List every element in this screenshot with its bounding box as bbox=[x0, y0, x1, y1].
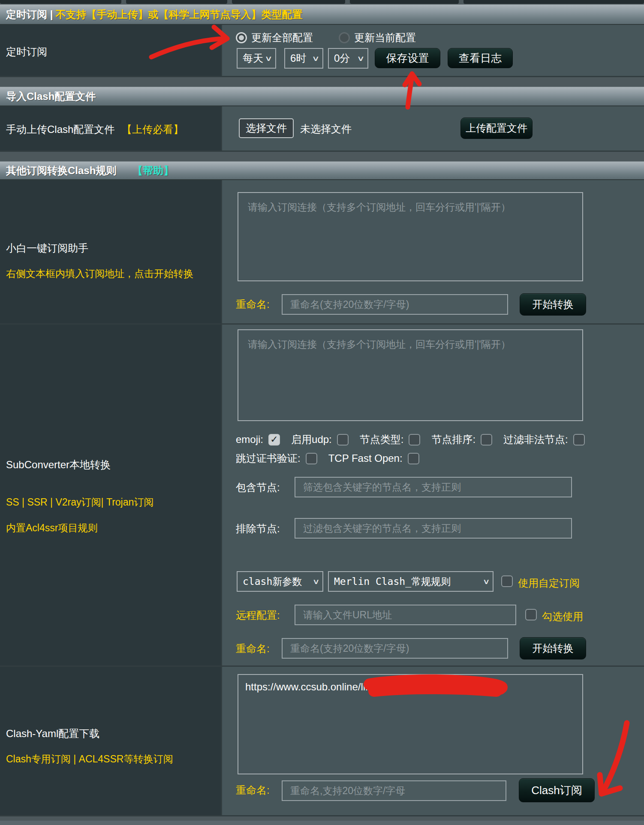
include-nodes-label: 包含节点: bbox=[236, 481, 280, 494]
upload-label-cell: 手动上传Clash配置文件 【上传必看】 bbox=[0, 106, 222, 151]
subconverter-label-cell: SubConverter本地转换 SS | SSR | V2ray订阅| Tro… bbox=[0, 325, 222, 665]
chevron-down-icon: ∨ bbox=[483, 577, 489, 586]
hour-select[interactable]: 6时 ∨ bbox=[284, 48, 323, 69]
skip-cert-checkbox[interactable] bbox=[306, 453, 317, 464]
upload-must-read-link[interactable]: 【上传必看】 bbox=[122, 123, 184, 135]
no-file-selected-text: 未选择文件 bbox=[300, 122, 352, 136]
yaml-links[interactable]: Clash专用订阅 | ACL4SSR等转换订阅 bbox=[6, 753, 173, 766]
save-settings-button[interactable]: 保存设置 bbox=[375, 48, 440, 68]
yaml-rename-input[interactable] bbox=[282, 780, 506, 801]
chevron-down-icon: ∨ bbox=[264, 54, 272, 63]
remote-config-label: 远程配置: bbox=[236, 608, 280, 622]
section-title: 导入Clash配置文件 bbox=[6, 90, 96, 103]
skip-cert-label: 跳过证书验证: bbox=[236, 452, 301, 465]
minute-select[interactable]: 0分 ∨ bbox=[328, 48, 368, 69]
yaml-url-textarea[interactable]: https://www.ccsub.online/lin bbox=[238, 674, 583, 774]
section-title: 定时订阅 | bbox=[6, 8, 53, 21]
tcp-fast-open-checkbox[interactable] bbox=[408, 453, 419, 464]
remote-config-input[interactable] bbox=[295, 605, 516, 625]
choose-file-button[interactable]: 选择文件 bbox=[239, 118, 294, 138]
yaml-label-cell: Clash-Yaml配置下载 Clash专用订阅 | ACL4SSR等转换订阅 bbox=[0, 667, 222, 815]
emoji-checkbox[interactable]: ✓ bbox=[268, 434, 280, 446]
udp-label: 启用udp: bbox=[291, 433, 332, 446]
hour-select-value: 6时 bbox=[290, 51, 306, 65]
helper-hint: 右侧文本框内填入订阅地址，点击开始转换 bbox=[6, 267, 193, 280]
yaml-controls-cell: https://www.ccsub.online/lin 重命名: Clash订… bbox=[222, 667, 644, 815]
exclude-nodes-label: 排除节点: bbox=[236, 522, 280, 536]
helper-subscription-textarea[interactable] bbox=[238, 192, 583, 281]
yaml-download-row: Clash-Yaml配置下载 Clash专用订阅 | ACL4SSR等转换订阅 … bbox=[0, 667, 644, 816]
tab-fragment[interactable] bbox=[126, 0, 227, 4]
view-log-button[interactable]: 查看日志 bbox=[448, 48, 513, 68]
subconverter-links-acl4ssr[interactable]: 内置Acl4ssr项目规则 bbox=[6, 521, 97, 535]
tab-fragment[interactable] bbox=[232, 0, 345, 4]
update-mode-radios: 更新全部配置 更新当前配置 bbox=[236, 31, 416, 45]
scheduled-label-cell: 定时订阅 bbox=[0, 25, 222, 76]
tcp-fast-open-label: TCP Fast Open: bbox=[328, 452, 403, 464]
scheduled-controls-cell: 更新全部配置 更新当前配置 每天 ∨ 6时 ∨ 0分 ∨ 保存设置 查看日志 bbox=[222, 25, 644, 76]
upload-controls-cell: 选择文件 未选择文件 上传配置文件 bbox=[222, 106, 644, 151]
scheduled-row-label: 定时订阅 bbox=[6, 45, 47, 59]
scheduled-row: 定时订阅 更新全部配置 更新当前配置 每天 ∨ 6时 ∨ 0分 ∨ bbox=[0, 25, 644, 77]
top-tab-strip bbox=[0, 0, 644, 4]
rename-label: 重命名: bbox=[236, 642, 270, 656]
tab-fragment[interactable] bbox=[350, 0, 459, 4]
helper-controls-cell: 重命名: 开始转换 bbox=[222, 180, 644, 323]
help-link[interactable]: 【帮助】 bbox=[132, 164, 174, 178]
remote-use-checkbox[interactable] bbox=[525, 609, 537, 620]
clash-param-select-value: clash新参数 bbox=[243, 575, 302, 588]
udp-checkbox[interactable] bbox=[337, 434, 349, 446]
check-icon: ✓ bbox=[270, 434, 278, 445]
helper-row: 小白一键订阅助手 右侧文本框内填入订阅地址，点击开始转换 重命名: 开始转换 bbox=[0, 180, 644, 325]
chevron-down-icon: ∨ bbox=[356, 54, 364, 63]
exclude-nodes-input[interactable] bbox=[295, 518, 572, 539]
rename-label: 重命名: bbox=[236, 298, 270, 311]
subconverter-rename-input[interactable] bbox=[282, 638, 508, 659]
subconverter-row: SubConverter本地转换 SS | SSR | V2ray订阅| Tro… bbox=[0, 325, 644, 667]
emoji-label: emoji: bbox=[236, 434, 263, 446]
node-sort-label: 节点排序: bbox=[431, 433, 475, 446]
clash-subscribe-button[interactable]: Clash订阅 bbox=[519, 778, 595, 802]
chevron-down-icon: ∨ bbox=[311, 54, 319, 63]
subconverter-controls-cell: emoji: ✓ 启用udp: 节点类型: 节点排序: 过滤非法节点: 跳过证书… bbox=[222, 325, 644, 665]
option-row-2: 跳过证书验证: TCP Fast Open: bbox=[236, 452, 419, 465]
upload-config-button[interactable]: 上传配置文件 bbox=[460, 117, 533, 139]
node-sort-checkbox[interactable] bbox=[481, 434, 492, 446]
bottom-strip bbox=[0, 821, 644, 825]
day-select-value: 每天 bbox=[243, 51, 263, 65]
upload-row-label: 手动上传Clash配置文件 bbox=[6, 123, 114, 135]
clash-param-select[interactable]: clash新参数 ∨ bbox=[237, 571, 323, 592]
remote-use-label: 勾选使用 bbox=[542, 610, 583, 623]
subconverter-convert-button[interactable]: 开始转换 bbox=[520, 637, 586, 659]
rule-template-select-value: Merlin Clash_常规规则 bbox=[334, 575, 451, 588]
filter-illegal-checkbox[interactable] bbox=[573, 434, 585, 446]
include-nodes-input[interactable] bbox=[295, 477, 572, 497]
day-select[interactable]: 每天 ∨ bbox=[237, 48, 276, 69]
section-warning-text: 不支持【手动上传】或【科学上网节点导入】类型配置 bbox=[55, 8, 302, 21]
rename-label: 重命名: bbox=[236, 783, 270, 797]
subconverter-title: SubConverter本地转换 bbox=[6, 458, 111, 472]
section-header-import: 导入Clash配置文件 bbox=[0, 87, 644, 106]
option-row-1: emoji: ✓ 启用udp: 节点类型: 节点排序: 过滤非法节点: bbox=[236, 433, 585, 446]
upload-row: 手动上传Clash配置文件 【上传必看】 选择文件 未选择文件 上传配置文件 bbox=[0, 106, 644, 152]
helper-convert-button[interactable]: 开始转换 bbox=[520, 293, 586, 316]
node-type-label: 节点类型: bbox=[360, 433, 404, 446]
section-header-scheduled: 定时订阅 | 不支持【手动上传】或【科学上网节点导入】类型配置 bbox=[0, 4, 644, 25]
tab-fragment[interactable] bbox=[463, 0, 644, 4]
helper-label-cell: 小白一键订阅助手 右侧文本框内填入订阅地址，点击开始转换 bbox=[0, 180, 222, 323]
custom-sub-checkbox[interactable] bbox=[501, 575, 513, 587]
rule-template-select[interactable]: Merlin Clash_常规规则 ∨ bbox=[328, 571, 494, 592]
yaml-title: Clash-Yaml配置下载 bbox=[6, 727, 99, 741]
node-type-checkbox[interactable] bbox=[409, 434, 420, 446]
radio-update-all-label: 更新全部配置 bbox=[251, 31, 313, 45]
helper-rename-input[interactable] bbox=[282, 294, 508, 315]
helper-title: 小白一键订阅助手 bbox=[6, 241, 88, 255]
merlin-clash-subscription-page: 定时订阅 | 不支持【手动上传】或【科学上网节点导入】类型配置 定时订阅 更新全… bbox=[0, 0, 644, 825]
minute-select-value: 0分 bbox=[334, 51, 350, 65]
radio-update-all[interactable] bbox=[236, 32, 247, 43]
tab-fragment[interactable] bbox=[0, 0, 121, 4]
radio-update-current[interactable] bbox=[339, 32, 350, 43]
subconverter-subscription-textarea[interactable] bbox=[238, 329, 583, 421]
subconverter-links-protocols[interactable]: SS | SSR | V2ray订阅| Trojan订阅 bbox=[6, 496, 153, 509]
chevron-down-icon: ∨ bbox=[313, 577, 319, 586]
